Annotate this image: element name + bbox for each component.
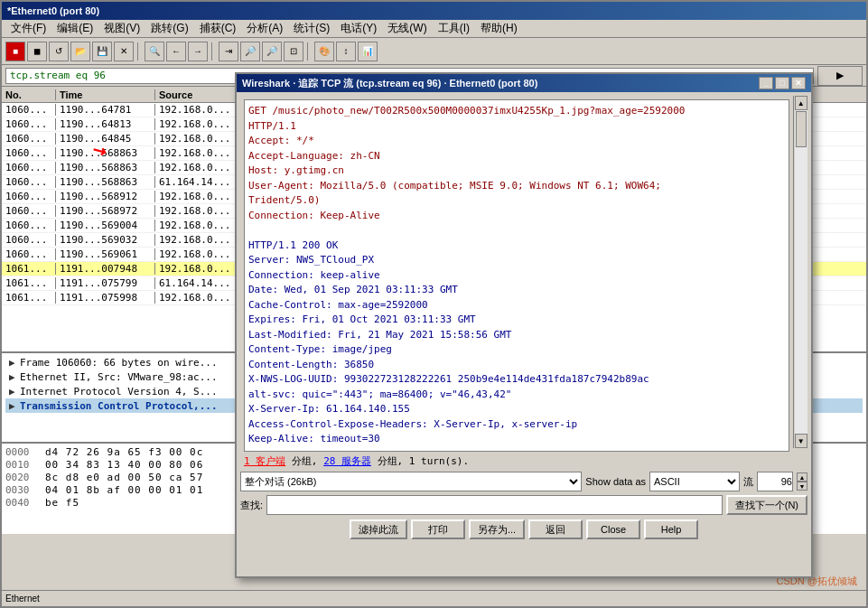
- http-content-length: Content-Length: 36850: [248, 358, 785, 373]
- http-accept-lang: Accept-Language: zh-CN: [248, 149, 785, 164]
- menu-go[interactable]: 跳转(G): [145, 19, 193, 38]
- main-title-bar: *Ethernet0 (port 80): [2, 2, 866, 20]
- menu-analyze[interactable]: 分析(A): [241, 19, 288, 38]
- zoom-in-btn[interactable]: 🔎: [240, 42, 260, 61]
- scroll-thumb[interactable]: [796, 111, 807, 147]
- zoom-fit-btn[interactable]: ⊡: [284, 42, 303, 61]
- http-user-agent: User-Agent: Mozilla/5.0 (compatible; MSI…: [248, 179, 785, 194]
- prev-btn[interactable]: ←: [166, 42, 186, 61]
- dialog-title-bar: Wireshark · 追踪 TCP 流 (tcp.stream eq 96) …: [237, 74, 811, 92]
- menu-bar: 文件(F) 编辑(E) 视图(V) 跳转(G) 捕获(C) 分析(A) 统计(S…: [2, 20, 866, 38]
- col-header-no: No.: [2, 89, 56, 100]
- close-button[interactable]: Close: [586, 519, 640, 539]
- filter-apply-btn[interactable]: ▶: [817, 66, 863, 86]
- help-button[interactable]: Help: [644, 519, 698, 539]
- http-cache-control: Cache-Control: max-age=2592000: [248, 298, 785, 313]
- show-data-select[interactable]: ASCII HEX Dump EBCDIC Hex C Arrays Raw: [649, 472, 740, 491]
- menu-edit[interactable]: 编辑(E): [51, 19, 98, 38]
- dialog-title-text: Wireshark · 追踪 TCP 流 (tcp.stream eq 96) …: [242, 77, 537, 90]
- scroll-up-btn[interactable]: ▲: [795, 96, 807, 110]
- http-nws-log: X-NWS-LOG-UUID: 993022723128222261 250b9…: [248, 372, 785, 388]
- menu-help[interactable]: 帮助(H): [475, 19, 523, 38]
- save-as-button[interactable]: 另存为...: [469, 519, 525, 539]
- menu-view[interactable]: 视图(V): [98, 19, 145, 38]
- http-connection: Connection: Keep-Alive: [248, 209, 785, 224]
- stream-spinner[interactable]: ▲ ▼: [797, 472, 807, 491]
- dialog-controls-row: 整个对话 (26kB) Show data as ASCII HEX Dump …: [237, 470, 811, 493]
- auto-scroll-btn[interactable]: ↕: [336, 42, 356, 61]
- dialog-title-controls: _ □ ✕: [759, 77, 806, 89]
- http-request-line: GET /music/photo_new/T002R500x500M000003…: [248, 104, 785, 119]
- menu-tools[interactable]: 工具(I): [433, 19, 475, 38]
- jump-btn[interactable]: ⇥: [219, 42, 238, 61]
- stop-btn[interactable]: ◼: [27, 42, 47, 61]
- http-version: HTTP/1.1: [248, 119, 785, 135]
- scroll-track: [795, 110, 807, 434]
- zoom-out-btn[interactable]: 🔎: [262, 42, 282, 61]
- stream-label: 流: [743, 475, 753, 489]
- save-btn[interactable]: 💾: [92, 42, 112, 61]
- http-keep-alive: Keep-Alive: timeout=30: [248, 432, 785, 447]
- conversation-select[interactable]: 整个对话 (26kB): [240, 472, 582, 491]
- menu-file[interactable]: 文件(F): [5, 19, 51, 38]
- status-bar: Ethernet: [2, 590, 866, 606]
- http-expires: Expires: Fri, 01 Oct 2021 03:11:33 GMT: [248, 313, 785, 328]
- dialog-stats: 1 客户端 分组, 28 服务器 分组, 1 turn(s).: [237, 452, 811, 470]
- http-resp-connection: Connection: keep-alive: [248, 268, 785, 284]
- col-header-time: Time: [56, 89, 155, 100]
- start-capture-btn[interactable]: ■: [5, 42, 25, 61]
- menu-capture[interactable]: 捕获(C): [194, 19, 242, 38]
- stream-number-input[interactable]: [757, 472, 793, 491]
- show-data-label: Show data as: [585, 476, 646, 487]
- filter-button[interactable]: 滤掉此流: [350, 519, 407, 539]
- http-server-ip: X-Server-Ip: 61.164.140.155: [248, 402, 785, 417]
- toolbar: ■ ◼ ↺ 📂 💾 ✕ 🔍 ← → ⇥ 🔎 🔎 ⊡ 🎨 ↕ 📊: [2, 38, 866, 65]
- http-alt-svc: alt-svc: quic=":443"; ma=86400; v="46,43…: [248, 388, 785, 403]
- menu-wireless[interactable]: 无线(W): [382, 19, 432, 38]
- restart-btn[interactable]: ↺: [49, 42, 69, 61]
- main-title: *Ethernet0 (port 80): [7, 5, 99, 16]
- http-last-modified: Last-Modified: Fri, 21 May 2021 15:58:56…: [248, 328, 785, 343]
- stats-text: 1 客户端 分组, 28 服务器 分组, 1 turn(s).: [244, 454, 469, 468]
- menu-phone[interactable]: 电话(Y): [335, 19, 382, 38]
- colorize-btn[interactable]: 🎨: [314, 42, 334, 61]
- ethernet-label: Ethernet: [5, 594, 40, 603]
- http-expose-headers: Access-Control-Expose-Headers: X-Server-…: [248, 417, 785, 433]
- print-button[interactable]: 打印: [411, 519, 465, 539]
- menu-stats[interactable]: 统计(S): [288, 19, 335, 38]
- http-accept: Accept: */*: [248, 134, 785, 149]
- dialog-close-btn[interactable]: ✕: [791, 77, 806, 89]
- dialog-maximize-btn[interactable]: □: [775, 77, 789, 89]
- http-host: Host: y.gtimg.cn: [248, 164, 785, 179]
- tcp-stream-dialog: Wireshark · 追踪 TCP 流 (tcp.stream eq 96) …: [235, 72, 813, 578]
- open-btn[interactable]: 📂: [70, 42, 90, 61]
- graph-btn[interactable]: 📊: [358, 42, 378, 61]
- close-btn[interactable]: ✕: [114, 42, 134, 61]
- search-label: 查找:: [240, 499, 263, 512]
- back-button[interactable]: 返回: [528, 519, 583, 539]
- dialog-minimize-btn[interactable]: _: [759, 77, 773, 89]
- http-server: Server: NWS_TCloud_PX: [248, 253, 785, 268]
- http-content-type: Content-Type: image/jpeg: [248, 342, 785, 358]
- http-date: Date: Wed, 01 Sep 2021 03:11:33 GMT: [248, 283, 785, 298]
- next-btn[interactable]: →: [188, 42, 208, 61]
- tcp-stream-content[interactable]: GET /music/photo_new/T002R500x500M000003…: [244, 99, 789, 452]
- find-next-button[interactable]: 查找下一个(N): [726, 495, 807, 515]
- search-input[interactable]: [266, 495, 723, 515]
- scroll-down-btn[interactable]: ▼: [795, 434, 807, 448]
- http-trident: Trident/5.0): [248, 193, 785, 209]
- dialog-buttons-row: 滤掉此流 打印 另存为... 返回 Close Help: [237, 517, 811, 542]
- find-btn[interactable]: 🔍: [145, 42, 164, 61]
- scrollbar-vertical[interactable]: ▲ ▼: [793, 96, 807, 448]
- http-response-status: HTTP/1.1 200 OK: [248, 239, 785, 254]
- search-row: 查找: 查找下一个(N): [237, 493, 811, 517]
